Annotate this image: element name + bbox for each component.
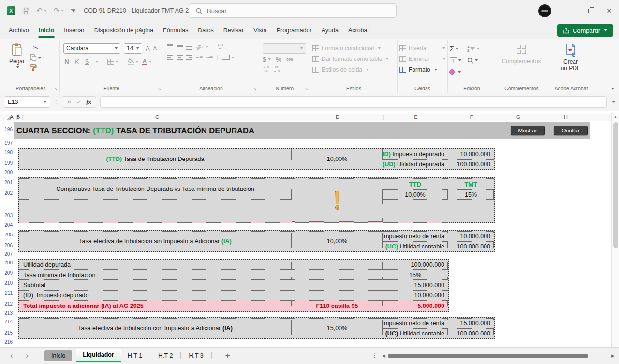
row-header[interactable]: 209: [0, 270, 13, 276]
col-header-c[interactable]: C: [155, 114, 159, 120]
row-header[interactable]: 199: [0, 160, 13, 166]
row-header[interactable]: 205: [0, 232, 13, 237]
number-dialog-launcher[interactable]: ↘: [304, 87, 308, 91]
format-cells-button[interactable]: Formato: [399, 64, 445, 75]
expand-formula-bar-icon[interactable]: [612, 101, 615, 103]
bold-button[interactable]: N: [63, 58, 70, 65]
sheet-nav-left-icon[interactable]: ‹: [4, 351, 19, 360]
cell-middle[interactable]: [292, 290, 383, 300]
formula-input[interactable]: [100, 96, 607, 108]
cell-label[interactable]: (ID) Impuesto depurado: [19, 290, 292, 300]
col-header-a[interactable]: A: [10, 114, 13, 120]
align-middle-button[interactable]: [177, 44, 183, 50]
restore-button[interactable]: [580, 0, 600, 21]
row-header[interactable]: 212: [0, 301, 13, 306]
redo-dropdown[interactable]: [61, 10, 64, 12]
currency-format-button[interactable]: $: [263, 56, 271, 63]
row-header[interactable]: 216: [0, 339, 13, 345]
cell-total-ref[interactable]: F110 casilla 95: [292, 300, 383, 311]
excel-app-icon[interactable]: X: [7, 6, 15, 15]
collapse-ribbon-button[interactable]: [611, 88, 614, 90]
fill-button[interactable]: ↓: [450, 57, 467, 64]
row-header[interactable]: 204: [0, 222, 13, 228]
cell-uc-value[interactable]: 100.000.000: [448, 241, 494, 251]
cell-tmt-pct[interactable]: 15%: [448, 190, 494, 200]
sort-filter-button[interactable]: AZ: [467, 45, 486, 52]
cell-comparativo-title[interactable]: Comparativo Tasa de Tributación Depurada…: [19, 178, 292, 200]
undo-dropdown[interactable]: [44, 10, 47, 12]
scroll-right-icon[interactable]: ▶: [611, 353, 615, 358]
cell-value[interactable]: 15.000.000: [383, 280, 448, 290]
row-header[interactable]: 207: [0, 251, 13, 257]
tab-revisar[interactable]: Revisar: [219, 21, 249, 39]
find-select-button[interactable]: [467, 58, 486, 64]
cell-id-label[interactable]: (ID) Impuesto depurado: [383, 149, 448, 159]
search-input[interactable]: Buscar: [189, 3, 397, 18]
cell-middle[interactable]: [292, 280, 383, 290]
row-header[interactable]: 200: [0, 170, 13, 175]
row-header[interactable]: 197: [0, 140, 13, 146]
cell-inr2-value[interactable]: 15.000.000: [448, 318, 494, 328]
account-avatar[interactable]: [538, 4, 551, 17]
cell-value[interactable]: 15%: [383, 270, 448, 280]
paste-button[interactable]: Pegar: [4, 41, 30, 71]
cancel-icon[interactable]: ✕: [67, 99, 72, 105]
font-color-button[interactable]: A: [142, 58, 152, 65]
tab-insertar[interactable]: Insertar: [59, 21, 89, 39]
borders-button[interactable]: [107, 59, 118, 65]
cell-id-value[interactable]: 10.000.000: [448, 149, 494, 159]
create-pdf-button[interactable]: Crearun PDF: [549, 41, 592, 72]
percent-format-button[interactable]: %: [276, 56, 281, 63]
decrease-decimal-button[interactable]: .00→.0: [273, 65, 280, 73]
cell-ttd-result[interactable]: 10,00%: [292, 149, 383, 169]
row-header[interactable]: 215: [0, 330, 13, 335]
close-button[interactable]: ✕: [600, 0, 619, 21]
row-header[interactable]: 198: [0, 150, 13, 155]
cell-total-value[interactable]: 5.000.000: [383, 300, 448, 311]
minimize-button[interactable]: [561, 0, 580, 21]
addins-button[interactable]: Complementos: [498, 41, 545, 65]
align-top-button[interactable]: [167, 44, 173, 50]
cell-sin-ia-result[interactable]: 10,00%: [292, 231, 383, 251]
increase-indent-icon[interactable]: ⇥≡: [206, 55, 213, 60]
vertical-scrollbar[interactable]: ▲: [611, 114, 619, 347]
tab-datos[interactable]: Datos: [193, 21, 219, 39]
sheet-tab-inicio[interactable]: Inicio: [44, 350, 72, 361]
scroll-up-icon[interactable]: ▲: [612, 115, 619, 119]
tab-acrobat[interactable]: Acrobat: [343, 21, 374, 39]
formula-bar-divider[interactable]: ⋮: [53, 99, 59, 105]
cell-value[interactable]: 10.000.000: [383, 290, 448, 300]
sheet-tab-liquidador[interactable]: Liquidador: [76, 349, 121, 362]
font-dialog-launcher[interactable]: ↘: [157, 87, 161, 91]
tab-programador[interactable]: Programador: [272, 21, 317, 39]
row-header[interactable]: 213: [0, 310, 13, 316]
cell-ttd-title[interactable]: (TTD) Tasa de Tributación Depurada: [19, 149, 292, 169]
share-button[interactable]: Compartir: [557, 24, 613, 37]
show-button[interactable]: Mostrar: [511, 126, 545, 135]
name-box[interactable]: E13: [4, 96, 50, 108]
font-name-select[interactable]: Candara: [63, 43, 120, 54]
sheet-tab-ht1[interactable]: H.T 1: [121, 350, 149, 361]
add-sheet-button[interactable]: +: [225, 351, 230, 361]
row-header[interactable]: 202: [0, 190, 13, 196]
cell-warning-message[interactable]: Se requiere adicionar impuesto para el A…: [19, 222, 448, 223]
decrease-indent-icon[interactable]: ⇤≡: [196, 55, 203, 60]
cell-total-label[interactable]: Total impuesto a adicionar (IA) al AG 20…: [19, 300, 292, 311]
tab-archivo[interactable]: Archivo: [4, 21, 34, 39]
col-header-h[interactable]: H: [564, 114, 568, 120]
cut-icon[interactable]: ✂: [30, 44, 41, 52]
align-center-button[interactable]: [177, 55, 183, 60]
cell-styles-button[interactable]: Estilos de celda: [312, 64, 395, 75]
grow-font-button[interactable]: Aˆ: [146, 45, 150, 52]
format-painter-icon[interactable]: [30, 64, 41, 71]
tab-ayuda[interactable]: Ayuda: [317, 21, 343, 39]
tab-vista[interactable]: Vista: [249, 21, 272, 39]
outline-collapse-marker[interactable]: -: [6, 290, 8, 295]
cell-tmt-header[interactable]: TMT: [448, 178, 494, 190]
sheet-tab-ht2[interactable]: H.T 2: [151, 350, 179, 361]
tab-formulas[interactable]: Fórmulas: [158, 21, 193, 39]
wrap-text-button[interactable]: ab↩: [218, 43, 223, 51]
cell-ttd-header[interactable]: TTD: [383, 178, 448, 190]
col-header-b[interactable]: B: [16, 114, 20, 120]
merge-center-button[interactable]: ↔: [222, 55, 234, 60]
